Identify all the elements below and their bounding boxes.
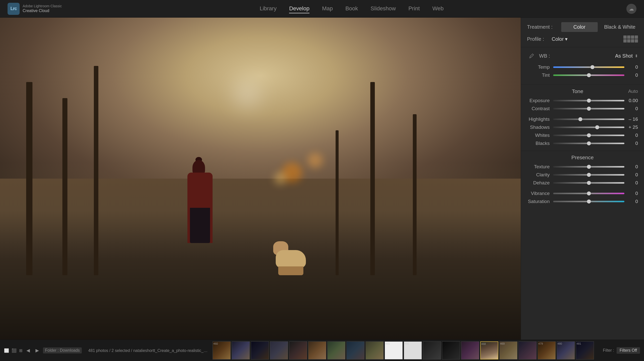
- highlights-slider-row: Highlights – 16: [527, 116, 638, 122]
- thumbnail-2[interactable]: [232, 341, 250, 359]
- wb-section: WB : As Shot ⬍ Temp 0 Tint 0: [521, 47, 644, 85]
- highlights-thumb[interactable]: [578, 117, 582, 121]
- highlights-track[interactable]: [553, 118, 624, 120]
- thumbnail-11[interactable]: 466: [404, 341, 422, 359]
- photo-canvas[interactable]: [0, 18, 521, 340]
- dog-body: [276, 250, 306, 268]
- next-photo-button[interactable]: ▶: [34, 347, 41, 354]
- main-navigation: Library Develop Map Book Slideshow Print…: [77, 4, 626, 13]
- nav-item-develop[interactable]: Develop: [289, 4, 309, 13]
- thumbnail-3[interactable]: [251, 341, 269, 359]
- contrast-track[interactable]: [553, 108, 624, 109]
- nav-item-print[interactable]: Print: [408, 4, 420, 13]
- treatment-bw-btn[interactable]: Black & White: [602, 22, 638, 32]
- view-compare-icon[interactable]: ⬛: [12, 348, 17, 353]
- saturation-thumb[interactable]: [587, 199, 591, 204]
- exposure-thumb[interactable]: [587, 99, 591, 103]
- shadows-label: Shadows: [527, 125, 550, 130]
- blacks-value: 0: [628, 141, 638, 146]
- nav-item-book[interactable]: Book: [345, 4, 358, 13]
- tree-1: [26, 82, 32, 275]
- treatment-color-btn[interactable]: Color: [561, 22, 598, 32]
- thumbnail-8[interactable]: [346, 341, 365, 359]
- clarity-label: Clarity: [527, 172, 550, 178]
- profile-select[interactable]: Color ▾: [552, 36, 568, 42]
- temp-slider-thumb[interactable]: [590, 65, 594, 69]
- shadows-thumb[interactable]: [595, 125, 599, 129]
- thumbnail-15[interactable]: 469: [499, 341, 517, 359]
- filmstrip-right: Filter : Filters Off: [599, 347, 644, 354]
- filmstrip-info: 481 photos / 2 selected / natalieshortt_…: [86, 348, 212, 353]
- thumbnail-18[interactable]: 480: [557, 341, 575, 359]
- highlights-label: Highlights: [527, 116, 550, 122]
- dehaze-thumb[interactable]: [587, 181, 591, 185]
- tree-5: [370, 82, 375, 275]
- thumbnail-9[interactable]: [366, 341, 384, 359]
- texture-track[interactable]: [553, 166, 624, 168]
- person-silhouette: [182, 147, 218, 243]
- profile-grid-button[interactable]: [623, 35, 638, 43]
- wb-value: As Shot: [615, 53, 633, 59]
- blacks-thumb[interactable]: [587, 141, 591, 145]
- vibrance-value: 0: [628, 191, 638, 196]
- whites-thumb[interactable]: [587, 133, 591, 137]
- whites-slider-row: Whites 0: [527, 133, 638, 138]
- thumb-inner-16: [519, 342, 536, 359]
- nav-item-library[interactable]: Library: [260, 4, 276, 13]
- cloud-sync-icon[interactable]: ☁: [626, 4, 636, 14]
- filter-button[interactable]: Filters Off: [617, 347, 640, 354]
- nav-item-web[interactable]: Web: [432, 4, 444, 13]
- thumbnail-4[interactable]: [270, 341, 288, 359]
- thumb-inner-8: [347, 342, 364, 359]
- saturation-track[interactable]: [553, 201, 624, 202]
- whites-track[interactable]: [553, 135, 624, 136]
- thumbnail-active[interactable]: 468: [480, 341, 498, 359]
- nav-item-slideshow[interactable]: Slideshow: [371, 4, 396, 13]
- thumbnail-14[interactable]: [461, 341, 479, 359]
- tint-slider-thumb[interactable]: [587, 73, 591, 77]
- texture-thumb[interactable]: [587, 165, 591, 169]
- temp-slider-track[interactable]: [553, 66, 624, 68]
- blacks-label: Blacks: [527, 141, 550, 146]
- photo-scene: [0, 18, 521, 340]
- prev-photo-button[interactable]: ◀: [25, 347, 31, 354]
- mist: [0, 163, 521, 259]
- thumbnail-7[interactable]: [327, 341, 345, 359]
- thumbnail-5[interactable]: [289, 341, 307, 359]
- shadows-track[interactable]: [553, 127, 624, 128]
- tone-section: Tone Auto Exposure 0.00 Contrast 0: [521, 85, 644, 151]
- thumbnail-6[interactable]: [308, 341, 326, 359]
- dog-legs: [278, 266, 303, 275]
- view-grid-icon[interactable]: ⊞: [19, 348, 22, 353]
- thumbnail-1[interactable]: 460: [213, 341, 231, 359]
- tree-4: [413, 114, 417, 275]
- thumbnail-17[interactable]: 479: [538, 341, 556, 359]
- dehaze-track[interactable]: [553, 182, 624, 184]
- eyedropper-tool[interactable]: [527, 51, 536, 60]
- contrast-thumb[interactable]: [587, 107, 591, 111]
- view-single-icon[interactable]: ⬜: [4, 348, 9, 353]
- tint-slider-track[interactable]: [553, 74, 624, 76]
- vibrance-thumb[interactable]: [587, 191, 591, 195]
- nav-item-map[interactable]: Map: [322, 4, 333, 13]
- main-content: Treatment : Color Black & White Profile …: [0, 18, 644, 340]
- thumbnail-12[interactable]: [423, 341, 441, 359]
- wb-dropdown-arrow[interactable]: ⬍: [635, 54, 638, 58]
- clarity-value: 0: [628, 172, 638, 178]
- thumbnail-19[interactable]: 481: [576, 341, 594, 359]
- temp-slider-row: Temp 0: [527, 64, 638, 70]
- temp-label: Temp: [527, 64, 550, 70]
- clarity-thumb[interactable]: [587, 173, 591, 177]
- tone-auto-button[interactable]: Auto: [628, 89, 638, 94]
- clarity-track[interactable]: [553, 174, 624, 176]
- vibrance-track[interactable]: [553, 193, 624, 194]
- thumbnail-13[interactable]: [442, 341, 460, 359]
- wb-row: WB : As Shot ⬍: [527, 51, 638, 60]
- thumbnail-16[interactable]: [518, 341, 537, 359]
- treatment-row: Treatment : Color Black & White: [527, 22, 638, 32]
- exposure-track[interactable]: [553, 100, 624, 101]
- thumb-inner-14: [461, 342, 479, 359]
- treatment-section: Treatment : Color Black & White Profile …: [521, 18, 644, 47]
- blacks-track[interactable]: [553, 143, 624, 144]
- thumbnail-10[interactable]: 465: [385, 341, 403, 359]
